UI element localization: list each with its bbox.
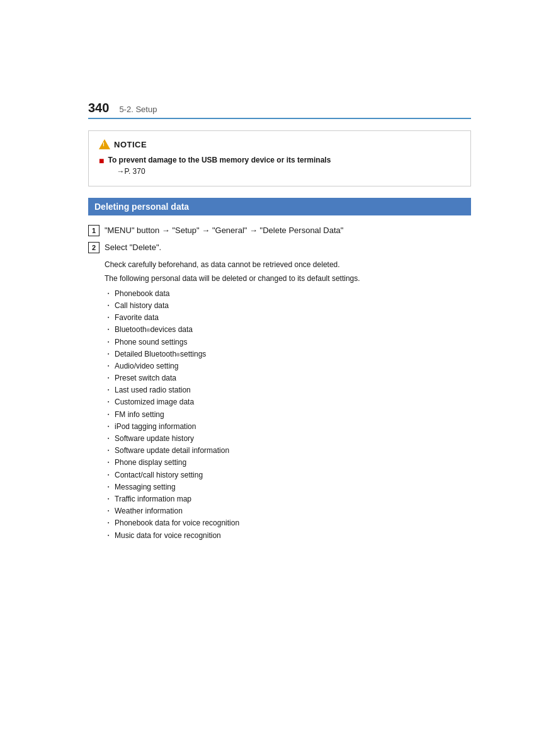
page-container: 340 5-2. Setup NOTICE ■ To prevent damag… <box>0 0 534 756</box>
list-item: Call history data <box>105 300 471 312</box>
list-item: Traffic information map <box>105 493 471 505</box>
step-2-number: 2 <box>88 242 99 253</box>
list-item: Phonebook data for voice recognition <box>105 517 471 529</box>
check-note-1: Check carefully beforehand, as data cann… <box>105 259 471 270</box>
notice-item: ■ To prevent damage to the USB memory de… <box>99 155 460 176</box>
notice-box: NOTICE ■ To prevent damage to the USB me… <box>88 130 471 186</box>
header-bar: 340 5-2. Setup <box>88 101 471 119</box>
section-title-header: 5-2. Setup <box>119 105 157 114</box>
step-2-row: 2 Select "Delete". <box>88 241 471 254</box>
section-heading: Deleting personal data <box>88 198 471 215</box>
list-item: Preset switch data <box>105 372 471 384</box>
warning-triangle-icon <box>99 139 110 149</box>
notice-text-bold: To prevent damage to the USB memory devi… <box>108 156 331 164</box>
list-item: Phone display setting <box>105 457 471 469</box>
step-1-row: 1 "MENU" button → "Setup" → "General" → … <box>88 224 471 237</box>
list-item: Weather information <box>105 505 471 517</box>
list-item: Messaging setting <box>105 481 471 493</box>
list-item: iPod tagging information <box>105 421 471 433</box>
list-item: Music data for voice recognition <box>105 530 471 542</box>
notice-ref: →P. 370 <box>116 167 331 176</box>
data-list: Phonebook dataCall history dataFavorite … <box>105 288 471 542</box>
list-item: Detailed Bluetooth® settings <box>105 348 471 360</box>
list-item: Favorite data <box>105 312 471 324</box>
step-1-text: "MENU" button → "Setup" → "General" → "D… <box>105 224 343 237</box>
list-item: Audio/video setting <box>105 360 471 372</box>
step-2-text: Select "Delete". <box>105 241 161 254</box>
check-note-2: The following personal data will be dele… <box>105 273 471 284</box>
list-item: Phone sound settings <box>105 336 471 348</box>
page-number: 340 <box>88 101 109 115</box>
list-item: Contact/call history setting <box>105 469 471 481</box>
notice-text: To prevent damage to the USB memory devi… <box>108 155 331 166</box>
list-item: Customized image data <box>105 396 471 408</box>
list-item: Bluetooth® devices data <box>105 324 471 336</box>
indent-block: Check carefully beforehand, as data cann… <box>105 259 471 542</box>
list-item: Software update history <box>105 433 471 445</box>
notice-content: To prevent damage to the USB memory devi… <box>108 155 331 176</box>
list-item: Software update detail information <box>105 445 471 457</box>
list-item: FM info setting <box>105 409 471 421</box>
list-item: Last used radio station <box>105 384 471 396</box>
notice-bullet-icon: ■ <box>99 155 104 166</box>
list-item: Phonebook data <box>105 288 471 300</box>
warning-icon <box>99 139 110 150</box>
step-1-number: 1 <box>88 225 99 236</box>
notice-title: NOTICE <box>114 140 147 149</box>
notice-header: NOTICE <box>99 139 460 150</box>
